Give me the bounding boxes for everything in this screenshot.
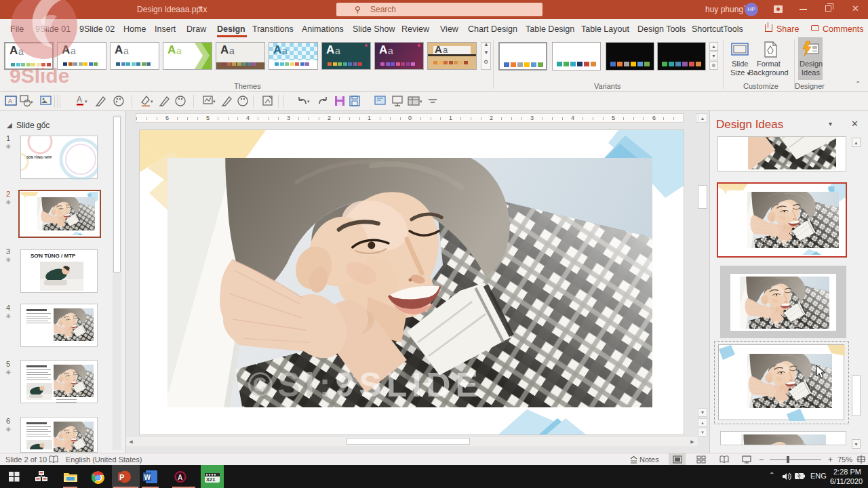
svg-text:▾: ▾ <box>151 99 153 104</box>
svg-text:SƠN TÙNG / MTP: SƠN TÙNG / MTP <box>26 155 52 159</box>
svg-text:©Sl:9SLIDE: ©Sl:9SLIDE <box>757 239 810 247</box>
svg-text:▾: ▾ <box>420 99 422 104</box>
svg-text:▾: ▾ <box>85 99 87 104</box>
svg-text:A: A <box>77 95 82 104</box>
svg-text:©Sl:9SLIDE: ©Sl:9SLIDE <box>248 366 483 404</box>
svg-text:©Sl:9SLIDE: ©Sl:9SLIDE <box>54 336 83 340</box>
svg-text:▾: ▾ <box>213 99 216 104</box>
svg-text:P: P <box>119 473 124 481</box>
svg-text:▾: ▾ <box>31 100 33 104</box>
svg-text:©Sl:9SLIDE: ©Sl:9SLIDE <box>54 392 83 396</box>
svg-text:©Sl:9SLIDE: ©Sl:9SLIDE <box>755 399 806 407</box>
svg-text:A: A <box>178 474 182 481</box>
svg-text:321: 321 <box>206 476 216 483</box>
svg-text:▾: ▾ <box>307 99 310 104</box>
svg-text:©Sl:9SLIDE: ©Sl:9SLIDE <box>45 225 76 230</box>
svg-text:A: A <box>8 98 12 104</box>
svg-text:©Sl:9SLIDE: ©Sl:9SLIDE <box>751 321 800 328</box>
svg-text:W: W <box>144 474 151 481</box>
